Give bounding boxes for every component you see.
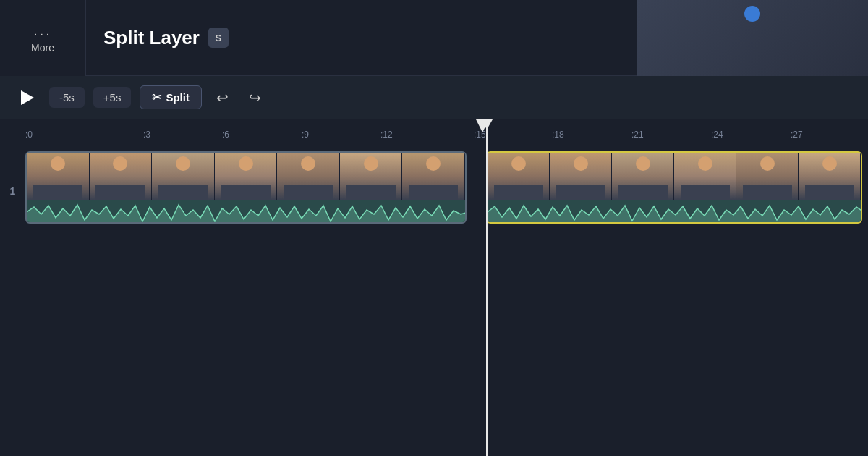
clip-frame-1 — [27, 153, 90, 200]
more-dots-icon: ... — [33, 22, 52, 39]
clip-video-strip-right — [488, 153, 861, 200]
ruler-mark-24: :24 — [711, 125, 723, 140]
clip-frame-r4 — [674, 153, 736, 200]
clip-frame-2 — [90, 153, 153, 200]
ruler-mark-3: :3 — [143, 125, 150, 140]
controls-bar: -5s +5s ✂ Split ↩ ↪ — [0, 76, 868, 119]
clip-frame-7 — [402, 153, 465, 200]
split-button[interactable]: ✂ Split — [140, 85, 202, 109]
clip-frame-r2 — [550, 153, 612, 200]
track-label: 1 — [0, 151, 25, 231]
clip-left[interactable] — [25, 151, 467, 224]
clip-frame-6 — [340, 153, 403, 200]
clip-right[interactable] — [486, 151, 862, 224]
undo-button[interactable]: ↩ — [210, 86, 234, 109]
split-label: Split — [166, 91, 190, 104]
clip-frame-r1 — [488, 153, 550, 200]
ruler-playhead[interactable] — [482, 119, 489, 132]
track-content — [25, 151, 868, 231]
clip-audio-right — [488, 200, 861, 224]
clip-frame-4 — [215, 153, 278, 200]
split-layer-section: Split Layer S — [86, 27, 246, 49]
ruler-marks: :0 :3 :6 :9 :12 :15 :18 :21 — [25, 119, 868, 145]
minus5s-button[interactable]: -5s — [49, 87, 85, 108]
scissors-icon: ✂ — [152, 90, 161, 104]
ruler-mark-27: :27 — [791, 125, 803, 140]
clip-frame-3 — [152, 153, 215, 200]
split-layer-title: Split Layer — [103, 27, 200, 49]
time-ruler: :0 :3 :6 :9 :12 :15 :18 :21 — [0, 119, 868, 145]
audio-waveform-right — [488, 200, 861, 224]
clip-frame-r6 — [799, 153, 861, 200]
preview-area — [637, 0, 868, 76]
track-area: 1 — [0, 151, 868, 231]
audio-waveform-left — [27, 200, 465, 224]
play-button[interactable] — [14, 85, 41, 111]
ruler-mark-12: :12 — [380, 125, 393, 140]
keyboard-shortcut-badge: S — [208, 28, 229, 48]
ruler-mark-6: :6 — [222, 125, 229, 140]
more-label: More — [31, 42, 54, 54]
top-toolbar: ... More Split Layer S — [0, 0, 868, 76]
clip-audio-left — [27, 200, 465, 224]
clip-frame-r3 — [612, 153, 674, 200]
ruler-mark-0: :0 — [25, 125, 33, 140]
clip-frame-5 — [277, 153, 340, 200]
clip-frame-r5 — [736, 153, 799, 200]
timeline-area: :0 :3 :6 :9 :12 :15 :18 :21 — [0, 119, 868, 456]
ruler-mark-21: :21 — [631, 125, 644, 140]
more-button[interactable]: ... More — [0, 0, 86, 76]
play-icon — [21, 90, 34, 105]
clip-video-strip-left — [27, 153, 465, 200]
ruler-mark-18: :18 — [552, 125, 564, 140]
ruler-mark-9: :9 — [302, 125, 309, 140]
preview-circle-indicator — [744, 6, 760, 22]
plus5s-button[interactable]: +5s — [93, 87, 132, 108]
redo-button[interactable]: ↪ — [243, 86, 267, 109]
